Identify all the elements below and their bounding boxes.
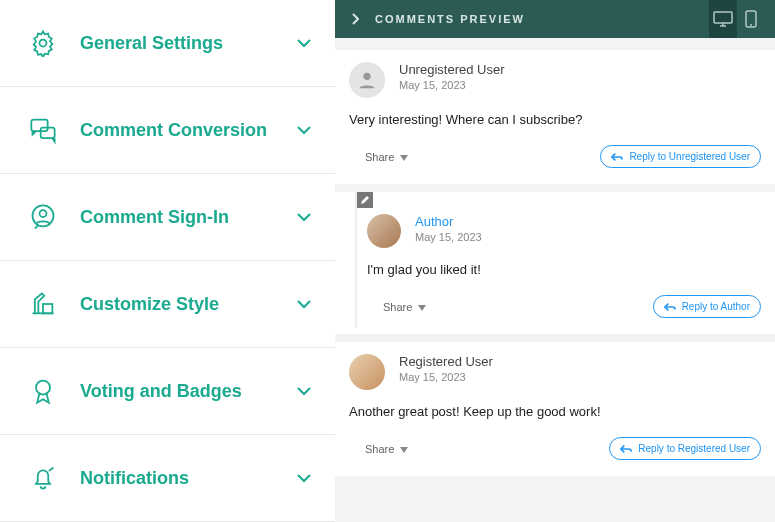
comment-reply: Author May 15, 2023 I'm glad you liked i… xyxy=(335,192,775,334)
sidebar-item-comment-signin[interactable]: Comment Sign-In xyxy=(0,174,335,261)
comment-date: May 15, 2023 xyxy=(399,79,505,91)
svg-point-10 xyxy=(363,73,370,80)
preview-panel: COMMENTS PREVIEW Unregistered User May 1… xyxy=(335,0,775,522)
collapse-toggle[interactable] xyxy=(345,13,365,25)
reply-label: Reply to Registered User xyxy=(638,443,750,454)
avatar xyxy=(349,354,385,390)
svg-rect-7 xyxy=(714,12,732,23)
bell-icon xyxy=(28,463,58,493)
share-dropdown[interactable]: Share xyxy=(383,301,426,313)
svg-marker-13 xyxy=(400,447,408,453)
svg-rect-1 xyxy=(31,120,47,132)
sidebar-item-general-settings[interactable]: General Settings xyxy=(0,0,335,87)
share-label: Share xyxy=(365,151,394,163)
sidebar-label: Notifications xyxy=(80,468,297,489)
sidebar-label: General Settings xyxy=(80,33,297,54)
svg-point-6 xyxy=(36,381,50,395)
mobile-view-icon[interactable] xyxy=(737,0,765,38)
comment-user: Unregistered User xyxy=(399,62,505,77)
svg-marker-12 xyxy=(418,305,426,311)
chat-convert-icon xyxy=(28,115,58,145)
sidebar-item-voting-badges[interactable]: Voting and Badges xyxy=(0,348,335,435)
comment-date: May 15, 2023 xyxy=(415,231,482,243)
share-label: Share xyxy=(383,301,412,313)
reply-button[interactable]: Reply to Author xyxy=(653,295,761,318)
avatar xyxy=(349,62,385,98)
sidebar-label: Voting and Badges xyxy=(80,381,297,402)
preview-header: COMMENTS PREVIEW xyxy=(335,0,775,38)
avatar xyxy=(367,214,401,248)
comment-user[interactable]: Author xyxy=(415,214,482,229)
chevron-down-icon xyxy=(297,471,311,485)
chevron-down-icon xyxy=(297,123,311,137)
caret-down-icon xyxy=(418,301,426,313)
sidebar-label: Comment Conversion xyxy=(80,120,297,141)
chevron-down-icon xyxy=(297,210,311,224)
share-dropdown[interactable]: Share xyxy=(365,151,408,163)
preview-title: COMMENTS PREVIEW xyxy=(375,13,525,25)
share-dropdown[interactable]: Share xyxy=(365,443,408,455)
sidebar-label: Comment Sign-In xyxy=(80,207,297,228)
sidebar-item-comment-conversion[interactable]: Comment Conversion xyxy=(0,87,335,174)
gear-icon xyxy=(28,28,58,58)
preview-body: Unregistered User May 15, 2023 Very inte… xyxy=(335,38,775,522)
reply-button[interactable]: Reply to Registered User xyxy=(609,437,761,460)
comment: Registered User May 15, 2023 Another gre… xyxy=(335,342,775,476)
reply-label: Reply to Unregistered User xyxy=(629,151,750,162)
comment-user: Registered User xyxy=(399,354,493,369)
svg-point-4 xyxy=(40,210,47,217)
share-label: Share xyxy=(365,443,394,455)
reply-button[interactable]: Reply to Unregistered User xyxy=(600,145,761,168)
svg-point-0 xyxy=(40,40,47,47)
svg-rect-5 xyxy=(43,304,52,313)
comment-date: May 15, 2023 xyxy=(399,371,493,383)
chevron-down-icon xyxy=(297,384,311,398)
sidebar-item-customize-style[interactable]: Customize Style xyxy=(0,261,335,348)
comment: Unregistered User May 15, 2023 Very inte… xyxy=(335,50,775,184)
sidebar-item-notifications[interactable]: Notifications xyxy=(0,435,335,522)
chevron-down-icon xyxy=(297,36,311,50)
sidebar-label: Customize Style xyxy=(80,294,297,315)
comment-body: I'm glad you liked it! xyxy=(367,262,761,277)
badge-icon xyxy=(28,376,58,406)
chevron-down-icon xyxy=(297,297,311,311)
edit-icon xyxy=(357,192,373,208)
caret-down-icon xyxy=(400,443,408,455)
palette-icon xyxy=(28,289,58,319)
svg-marker-11 xyxy=(400,155,408,161)
comment-body: Very interesting! Where can I subscribe? xyxy=(349,112,761,127)
caret-down-icon xyxy=(400,151,408,163)
sidebar: General Settings Comment Conversion Comm… xyxy=(0,0,335,522)
desktop-view-icon[interactable] xyxy=(709,0,737,38)
comment-body: Another great post! Keep up the good wor… xyxy=(349,404,761,419)
reply-label: Reply to Author xyxy=(682,301,750,312)
user-bubble-icon xyxy=(28,202,58,232)
